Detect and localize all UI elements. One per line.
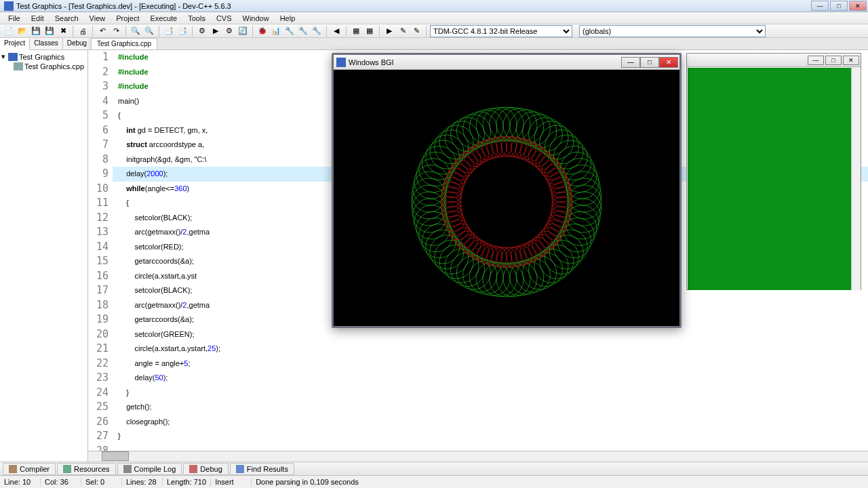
undo-icon[interactable]: ↶ [96, 25, 108, 37]
print-icon[interactable]: 🖨 [77, 25, 89, 37]
svg-point-1 [552, 192, 572, 212]
menu-window[interactable]: Window [237, 14, 275, 22]
bgi-app-icon [336, 58, 346, 67]
project-tree: ▾ Test Graphics Test Graphics.cpp [0, 50, 87, 73]
svg-point-98 [456, 115, 490, 148]
btab-compiler[interactable]: Compiler [3, 463, 56, 475]
menu-view[interactable]: View [84, 14, 111, 22]
secondary-scrollbar[interactable] [851, 67, 861, 290]
btab-debug[interactable]: Debug [183, 463, 228, 475]
maximize-button[interactable]: □ [830, 1, 848, 11]
left-panel: Project Classes Debug ▾ Test Graphics Te… [0, 38, 88, 462]
menu-project[interactable]: Project [111, 14, 144, 22]
svg-point-142 [568, 178, 601, 212]
sec-minimize-button[interactable]: — [808, 56, 824, 65]
tool-icon[interactable]: 🔧 [283, 25, 296, 37]
minimize-button[interactable]: — [811, 1, 829, 11]
tool8-icon[interactable]: ✎ [397, 25, 409, 37]
svg-point-4 [566, 199, 600, 232]
svg-point-38 [483, 263, 517, 297]
compilelog-icon [123, 465, 132, 473]
tree-root-label: Test Graphics [19, 53, 64, 61]
horizontal-scrollbar[interactable] [88, 451, 868, 462]
close-file-icon[interactable]: ✖ [57, 25, 69, 37]
status-mode: Insert [211, 478, 252, 486]
bgi-maximize-button[interactable]: □ [640, 57, 659, 68]
btab-findresults[interactable]: Find Results [230, 463, 294, 475]
compile-icon[interactable]: ⚙ [196, 25, 208, 37]
debug-icon [189, 465, 197, 473]
menu-tools[interactable]: Tools [182, 14, 211, 22]
menu-help[interactable]: Help [275, 14, 301, 22]
status-col: Col: 36 [41, 478, 81, 486]
close-button[interactable]: ✕ [849, 1, 867, 11]
profile-icon[interactable]: 📊 [270, 25, 282, 37]
menu-search[interactable]: Search [50, 14, 84, 22]
save-all-icon[interactable]: 💾 [43, 25, 56, 37]
menu-execute[interactable]: Execute [144, 14, 182, 22]
menu-cvs[interactable]: CVS [211, 14, 237, 22]
find-icon[interactable]: 🔍 [130, 25, 142, 37]
open-file-icon[interactable]: 📂 [16, 25, 28, 37]
compile-run-icon[interactable]: ⚙ [223, 25, 235, 37]
rebuild-icon[interactable]: 🔄 [237, 25, 249, 37]
new-file-icon[interactable]: 📄 [3, 25, 15, 37]
svg-point-70 [412, 192, 446, 226]
debug-icon[interactable]: 🐞 [256, 25, 269, 37]
compiler-combo[interactable]: TDM-GCC 4.8.1 32-bit Release [430, 25, 572, 37]
tab-classes[interactable]: Classes [30, 38, 63, 49]
bottom-tabs: Compiler Resources Compile Log Debug Fin… [0, 462, 868, 475]
menu-edit[interactable]: Edit [26, 14, 50, 22]
tab-project[interactable]: Project [0, 38, 30, 50]
bookmark-icon[interactable]: 📑 [163, 25, 175, 37]
svg-point-46 [456, 256, 490, 289]
svg-point-2 [568, 192, 601, 226]
goto-icon[interactable]: 📑 [176, 25, 189, 37]
tree-root[interactable]: ▾ Test Graphics [1, 52, 86, 62]
replace-icon[interactable]: 🔍 [143, 25, 155, 37]
svg-point-134 [560, 152, 594, 186]
tree-child[interactable]: Test Graphics.cpp [14, 62, 86, 71]
svg-point-43 [482, 245, 502, 266]
sec-maximize-button[interactable]: □ [825, 56, 842, 65]
svg-point-109 [496, 136, 517, 157]
tab-debug[interactable]: Debug [63, 38, 92, 49]
svg-point-90 [435, 130, 469, 164]
tool2-icon[interactable]: 🔧 [297, 25, 309, 37]
svg-point-73 [441, 192, 461, 212]
btab-compilelog[interactable]: Compile Log [117, 463, 182, 475]
status-lines: Lines: 28 [122, 478, 163, 486]
tool9-icon[interactable]: ✎ [410, 25, 422, 37]
secondary-window: — □ ✕ [686, 53, 861, 290]
app-icon [4, 1, 14, 11]
svg-point-110 [496, 107, 530, 141]
status-msg: Done parsing in 0,109 seconds [252, 478, 868, 486]
btab-resources[interactable]: Resources [57, 463, 116, 475]
globals-combo[interactable]: (globals) [579, 25, 766, 37]
tool7-icon[interactable]: ▶ [383, 25, 395, 37]
run-icon[interactable]: ▶ [210, 25, 222, 37]
menu-file[interactable]: File [3, 14, 26, 22]
svg-point-26 [523, 256, 557, 289]
svg-point-18 [545, 240, 578, 274]
bgi-canvas [334, 70, 679, 326]
findresults-icon [236, 465, 244, 473]
redo-icon[interactable]: ↷ [110, 25, 122, 37]
menu-bar: File Edit Search View Project Execute To… [0, 12, 868, 24]
compiler-icon [9, 465, 17, 473]
svg-point-40 [476, 262, 510, 296]
editor-tab[interactable]: Test Graphics.cpp [91, 38, 157, 49]
svg-point-7 [550, 206, 570, 226]
status-length: Length: 710 [163, 478, 211, 486]
tool6-icon[interactable]: ▦ [363, 25, 376, 37]
bgi-close-button[interactable]: ✕ [659, 57, 678, 68]
sec-close-button[interactable]: ✕ [843, 56, 859, 65]
project-icon [8, 53, 18, 61]
status-bar: Line: 10 Col: 36 Sel: 0 Lines: 28 Length… [0, 475, 868, 487]
tool3-icon[interactable]: 🔧 [311, 25, 323, 37]
bgi-minimize-button[interactable]: — [621, 57, 640, 68]
save-icon[interactable]: 💾 [30, 25, 42, 37]
tool4-icon[interactable]: ◀ [330, 25, 342, 37]
tool5-icon[interactable]: ▦ [350, 25, 362, 37]
svg-point-126 [545, 130, 578, 164]
